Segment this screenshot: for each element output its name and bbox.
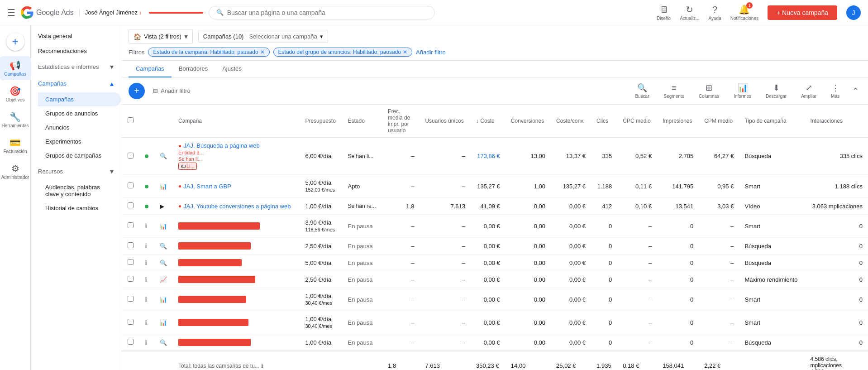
help-action[interactable]: ? Ayuda	[709, 5, 721, 21]
row-checkbox[interactable]	[128, 276, 134, 282]
view-filter-icon: 🏠	[134, 33, 141, 40]
campaigns-table: Campaña Presupuesto Estado Frec. media d…	[121, 105, 868, 370]
conversions: 0,00	[506, 238, 551, 255]
design-action[interactable]: 🖥 Diseño	[657, 5, 671, 21]
refresh-action[interactable]: ↻ Actualiz...	[680, 4, 699, 21]
campaign-type: Búsqueda	[739, 255, 805, 271]
toolbar-search[interactable]: 🔍 Buscar	[631, 81, 653, 101]
campaign-name[interactable]: JAJ, Smart a GBP	[183, 183, 231, 190]
row-checkbox[interactable]	[128, 296, 134, 302]
sidebar-item-ad-groups[interactable]: Grupos de anuncios	[38, 106, 121, 120]
toolbar-more[interactable]: ⋮ Más	[827, 81, 843, 101]
sidebar-icon-objectives[interactable]: 🎯 Objetivos	[0, 82, 31, 106]
toolbar-search-icon: 🔍	[637, 83, 647, 93]
add-campaign-button[interactable]: +	[129, 83, 145, 99]
toolbar-expand[interactable]: ⤢ Ampliar	[797, 81, 820, 101]
campaign-name[interactable]: JAJ, Búsqueda a página web	[183, 142, 259, 149]
campaigns-submenu: Campañas Grupos de anuncios Anuncios Exp…	[31, 92, 121, 163]
row-checkbox[interactable]	[128, 319, 134, 325]
tab-settings[interactable]: Ajustes	[215, 61, 249, 77]
totals-info-icon: ℹ	[261, 363, 263, 369]
total-interactions: 4.586 clics,mplicaciones4.586	[805, 351, 868, 370]
row-checkbox[interactable]	[128, 153, 134, 159]
account-selector[interactable]: José Ángel Jiménez ›	[79, 9, 142, 16]
filter-chip-grupo[interactable]: Estado del grupo de anuncios: Habilitado…	[273, 48, 413, 57]
create-button[interactable]: +	[6, 33, 24, 51]
sidebar-icon-campaigns[interactable]: 📢 Campañas	[0, 56, 31, 80]
sidebar-item-change-history[interactable]: Historial de cambios	[38, 201, 121, 215]
table-row: ℹ 📈 . 2,50 €/día En pausa – – 0,00 € 0,0…	[121, 271, 868, 288]
filter-grupo-close-icon[interactable]: ✕	[403, 49, 407, 55]
search-input[interactable]	[227, 9, 427, 16]
cost: 0,00 €	[471, 215, 506, 238]
sidebar-item-experiments[interactable]: Experimentos	[38, 135, 121, 149]
toolbar-segment[interactable]: ≡ Segmento	[660, 82, 688, 101]
sidebar-item-audiences[interactable]: Audiencias, palabras clave y contenido	[38, 180, 121, 201]
conversions: 0,00	[506, 334, 551, 351]
select-all-checkbox[interactable]	[128, 117, 134, 123]
budget: 1,00 €/día30,40 €/mes	[300, 288, 342, 311]
search-bar[interactable]: 🔍	[209, 6, 435, 19]
row-checkbox[interactable]	[128, 339, 134, 345]
row-checkbox[interactable]	[128, 183, 134, 188]
row-checkbox[interactable]	[128, 202, 134, 208]
row-checkbox[interactable]	[128, 242, 134, 248]
add-filter-button[interactable]: ⊟ Añadir filtro	[148, 85, 195, 97]
tab-drafts[interactable]: Borradores	[172, 61, 215, 77]
col-avg-cpm: CPM medio	[699, 105, 739, 138]
toolbar-columns[interactable]: ⊞ Columnas	[695, 81, 723, 101]
col-conversions: Conversiones	[506, 105, 551, 138]
menu-icon[interactable]: ☰	[7, 7, 15, 18]
campaigns-dropdown[interactable]: Campañas (10) Seleccionar una campaña ▾	[198, 30, 328, 43]
conversions: 1,00	[506, 175, 551, 198]
table-row: ℹ 📊 . 1,00 €/día30,40 €/mes En pausa – –…	[121, 288, 868, 311]
campaign-name-redacted: .	[178, 319, 248, 326]
sidebar-campaigns-header[interactable]: Campañas ▴	[31, 76, 121, 91]
col-cost[interactable]: ↓ Coste	[471, 105, 506, 138]
notifications-action[interactable]: 🔔 1 Notificaciones	[730, 4, 758, 21]
sidebar-icon-billing[interactable]: 💳 Facturación	[0, 134, 31, 158]
add-filter-link[interactable]: Añadir filtro	[416, 49, 446, 56]
help-label: Ayuda	[709, 16, 721, 21]
sidebar-item-campaigns[interactable]: Campañas	[38, 92, 121, 106]
total-clicks: 1.935	[591, 351, 617, 370]
tab-campaigns[interactable]: Campañas	[129, 61, 172, 77]
toolbar-download[interactable]: ⬇ Descargar	[762, 81, 790, 101]
sidebar-icon-admin[interactable]: ⚙ Administrador	[0, 159, 31, 183]
filter-chip-campana[interactable]: Estado de la campaña: Habilitado, pausad…	[148, 48, 269, 57]
toolbar-reports[interactable]: 📊 Informes	[730, 81, 755, 101]
campaign-name[interactable]: JAJ, Youtube conversiones a página web	[183, 203, 291, 210]
table-row: ℹ 📊 . 3,90 €/día118,56 €/mes En pausa – …	[121, 215, 868, 238]
col-cost-conv: Coste/conv.	[551, 105, 591, 138]
unique-users: –	[420, 288, 471, 311]
sidebar-icon-tools[interactable]: 🔧 Herramientas	[0, 108, 31, 132]
total-freq: 1,8	[382, 351, 420, 370]
campaign-controls: 🏠 Vista (2 filtros) ▾ Campañas (10) Sele…	[129, 29, 861, 44]
sidebar-item-campaign-groups[interactable]: Grupos de campañas	[38, 149, 121, 163]
view-chevron-icon: ▾	[184, 32, 188, 41]
state: En pausa	[343, 238, 383, 255]
sidebar-item-overview[interactable]: Vista general	[31, 29, 121, 43]
audiences-label: Audiencias, palabras clave y contenido	[45, 184, 114, 197]
impressions: 13.541	[657, 198, 699, 215]
sidebar-resources-header[interactable]: Recursos ▾	[31, 163, 121, 179]
toolbar-expand-icon: ⤢	[806, 83, 812, 93]
toolbar-reports-icon: 📊	[738, 83, 748, 93]
row-checkbox[interactable]	[128, 222, 134, 228]
campaign-type-icon: 🔍	[160, 243, 167, 250]
collapse-button[interactable]: ⌃	[850, 84, 861, 98]
unique-users: –	[420, 334, 471, 351]
sidebar-stats-header[interactable]: Estadísticas e informes ▾	[31, 59, 121, 75]
avg-cpc: –	[617, 334, 657, 351]
row-checkbox[interactable]	[128, 259, 134, 265]
sidebar-item-recommendations[interactable]: Recomendaciones	[31, 44, 121, 58]
impressions: 0	[657, 334, 699, 351]
conversions: 0,00	[506, 288, 551, 311]
sidebar-item-ads[interactable]: Anuncios	[38, 120, 121, 135]
ad-groups-label: Grupos de anuncios	[45, 110, 98, 117]
filter-campana-close-icon[interactable]: ✕	[260, 49, 265, 55]
create-campaign-button[interactable]: + Nueva campaña	[768, 5, 837, 20]
view-dropdown[interactable]: 🏠 Vista (2 filtros) ▾	[129, 29, 193, 44]
avatar[interactable]: J	[846, 5, 861, 20]
avg-cpc: –	[617, 271, 657, 288]
